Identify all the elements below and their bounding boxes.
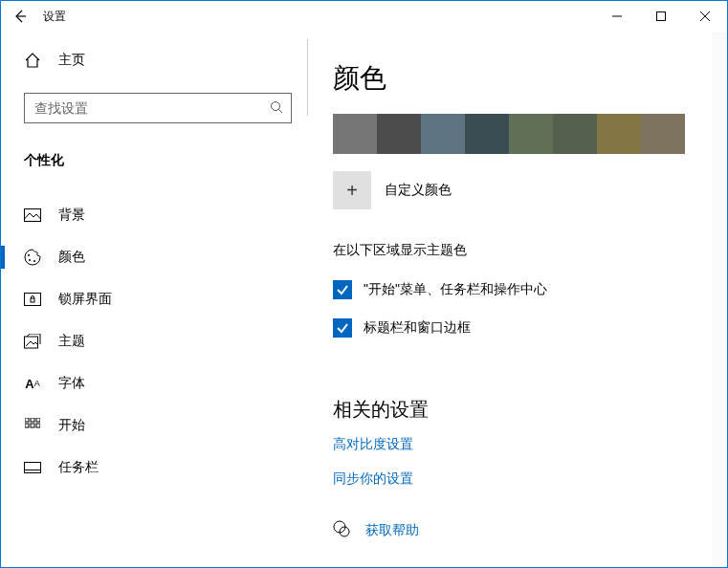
close-button[interactable] [683,1,727,32]
svg-rect-2 [657,12,666,21]
get-help-link[interactable]: 获取帮助 [333,520,693,540]
search-field[interactable] [33,99,270,117]
svg-point-8 [28,254,30,256]
svg-rect-15 [31,418,34,422]
lock-icon [24,291,41,308]
link-sync-settings[interactable]: 同步你的设置 [333,470,693,488]
nav-item-lockscreen[interactable]: 锁屏界面 [1,278,307,320]
home-button[interactable]: 主页 [1,41,307,79]
check-icon [336,321,349,335]
color-swatch[interactable] [421,114,465,154]
color-swatch[interactable] [509,114,553,154]
checkbox-titlebars[interactable] [333,318,352,338]
custom-color-label: 自定义颜色 [385,182,452,199]
maximize-icon [656,11,666,21]
svg-point-23 [340,527,349,536]
custom-color-button[interactable]: + [333,171,371,209]
svg-rect-12 [31,298,34,302]
section-title-personalization: 个性化 [24,152,307,169]
help-icon [333,520,350,540]
checkbox-label: 标题栏和窗口边框 [364,319,471,337]
nav-label: 任务栏 [58,459,99,476]
minimize-icon [612,11,622,21]
color-swatch[interactable] [465,114,509,154]
color-swatch[interactable] [377,114,421,154]
minimize-button[interactable] [595,1,639,32]
nav-item-colors[interactable]: 颜色 [1,236,307,278]
color-swatch[interactable] [333,114,377,154]
nav-list: 背景 颜色 锁屏界面 主题 AA 字体 [1,194,307,489]
svg-rect-18 [31,424,34,427]
nav-item-themes[interactable]: 主题 [1,320,307,362]
nav-label: 开始 [58,417,85,434]
svg-rect-16 [36,418,40,422]
color-swatch[interactable] [597,114,641,154]
nav-item-taskbar[interactable]: 任务栏 [1,447,307,489]
maximize-button[interactable] [639,1,683,32]
nav-item-background[interactable]: 背景 [1,194,307,236]
start-icon [24,417,41,434]
page-heading: 颜色 [333,60,693,97]
taskbar-icon [24,459,41,476]
palette-icon [24,249,41,266]
theme-icon [24,333,41,350]
svg-point-5 [272,101,280,110]
link-high-contrast[interactable]: 高对比度设置 [333,436,693,453]
nav-label: 主题 [58,333,85,350]
svg-line-6 [279,109,283,113]
svg-point-9 [29,259,31,261]
titlebar: 设置 [1,1,727,32]
svg-rect-19 [36,424,40,427]
app-title: 设置 [43,9,66,25]
settings-window: 设置 主页 [0,0,728,568]
related-heading: 相关的设置 [333,397,693,423]
content-area: 颜色 + 自定义颜色 在以下区域显示主题色 "开始"菜单、任务栏和操作中心 [307,32,727,567]
color-swatch[interactable] [641,114,685,154]
accent-heading: 在以下区域显示主题色 [333,242,693,259]
color-swatches [333,114,693,154]
nav-item-fonts[interactable]: AA 字体 [1,362,307,404]
nav-label: 颜色 [58,249,85,266]
nav-item-start[interactable]: 开始 [1,404,307,447]
color-swatch[interactable] [553,114,597,154]
nav-label: 字体 [58,375,85,392]
plus-icon: + [346,180,358,202]
search-input[interactable] [24,93,292,123]
back-arrow-icon [12,9,28,24]
picture-icon [24,207,41,224]
nav-label: 锁屏界面 [58,291,112,308]
back-button[interactable] [1,1,39,32]
font-icon: AA [24,375,41,392]
checkbox-label: "开始"菜单、任务栏和操作中心 [364,281,547,298]
svg-rect-17 [25,424,29,427]
home-label: 主页 [58,52,85,69]
scrollbar[interactable] [712,32,727,567]
search-icon [270,100,283,117]
check-icon [336,283,349,296]
sidebar: 主页 个性化 背景 颜色 [1,32,307,567]
help-label: 获取帮助 [365,522,419,539]
svg-rect-20 [25,463,41,473]
nav-label: 背景 [58,207,85,224]
home-icon [24,52,41,69]
svg-rect-11 [25,294,41,306]
close-icon [700,11,710,21]
svg-rect-14 [25,418,29,422]
svg-point-10 [33,260,35,262]
checkbox-start-taskbar[interactable] [333,280,352,299]
svg-rect-7 [25,209,41,222]
